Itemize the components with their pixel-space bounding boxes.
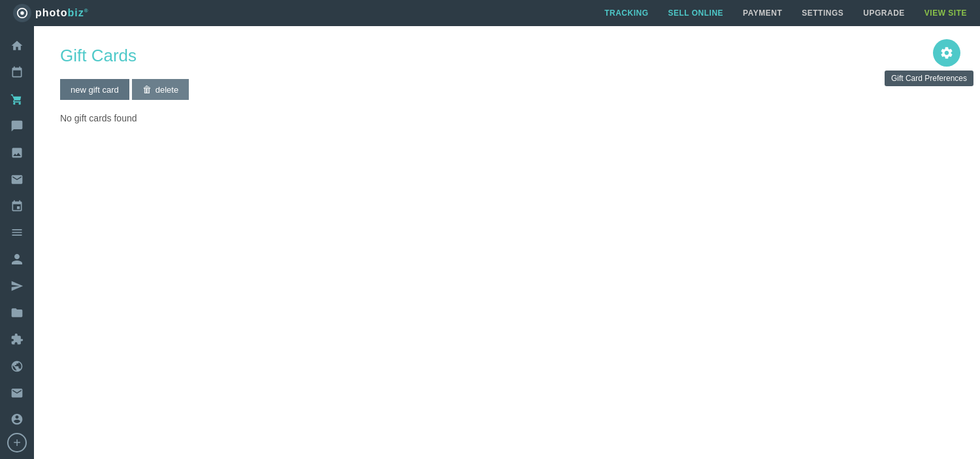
sidebar-item-shop[interactable] bbox=[0, 86, 34, 113]
gear-icon bbox=[939, 46, 954, 60]
sidebar-item-account[interactable] bbox=[0, 406, 34, 433]
main-content: Gift Cards new gift card 🗑 delete No gif… bbox=[34, 26, 980, 459]
nav-links: TRACKING SELL ONLINE PAYMENT SETTINGS UP… bbox=[604, 8, 967, 18]
sidebar-item-puzzle[interactable] bbox=[0, 326, 34, 353]
nav-upgrade[interactable]: UPGRADE bbox=[863, 8, 905, 18]
empty-message: No gift cards found bbox=[60, 113, 954, 123]
sidebar-item-folder[interactable] bbox=[0, 300, 34, 326]
page-title: Gift Cards bbox=[60, 46, 954, 66]
sidebar-item-events[interactable] bbox=[0, 193, 34, 219]
sidebar-item-email[interactable] bbox=[0, 379, 34, 406]
delete-button[interactable]: 🗑 delete bbox=[132, 79, 189, 100]
gift-card-preferences-button[interactable] bbox=[933, 39, 960, 67]
sidebar-bottom: + bbox=[7, 433, 27, 452]
sidebar-item-chat[interactable] bbox=[0, 113, 34, 140]
sidebar-add-button[interactable]: + bbox=[7, 433, 27, 452]
main-layout: + Gift Cards new gift card 🗑 delete No g… bbox=[0, 26, 980, 459]
trash-icon: 🗑 bbox=[142, 84, 152, 95]
new-gift-card-button[interactable]: new gift card bbox=[60, 79, 129, 100]
logo[interactable]: photobiz® bbox=[13, 4, 89, 22]
nav-tracking[interactable]: TRACKING bbox=[604, 8, 648, 18]
nav-payment[interactable]: PAYMENT bbox=[743, 8, 782, 18]
nav-sell-online[interactable]: SELL ONLINE bbox=[668, 8, 723, 18]
sidebar-item-home[interactable] bbox=[0, 33, 34, 59]
sidebar-item-contacts[interactable] bbox=[0, 246, 34, 273]
toolbar: new gift card 🗑 delete bbox=[60, 79, 954, 100]
top-nav: photobiz® TRACKING SELL ONLINE PAYMENT S… bbox=[0, 0, 980, 26]
sidebar: + bbox=[0, 26, 34, 459]
sidebar-item-globe[interactable] bbox=[0, 353, 34, 379]
sidebar-item-invoice[interactable] bbox=[0, 166, 34, 193]
sidebar-item-gallery[interactable] bbox=[0, 139, 34, 166]
sidebar-item-send[interactable] bbox=[0, 273, 34, 300]
sidebar-item-list[interactable] bbox=[0, 219, 34, 246]
nav-settings[interactable]: SETTINGS bbox=[802, 8, 843, 18]
logo-text: photobiz® bbox=[35, 7, 89, 19]
logo-icon bbox=[13, 4, 31, 22]
nav-view-site[interactable]: VIEW SITE bbox=[924, 8, 967, 18]
gear-tooltip: Gift Card Preferences bbox=[885, 71, 973, 86]
svg-point-1 bbox=[20, 11, 24, 14]
sidebar-item-calendar[interactable] bbox=[0, 59, 34, 86]
